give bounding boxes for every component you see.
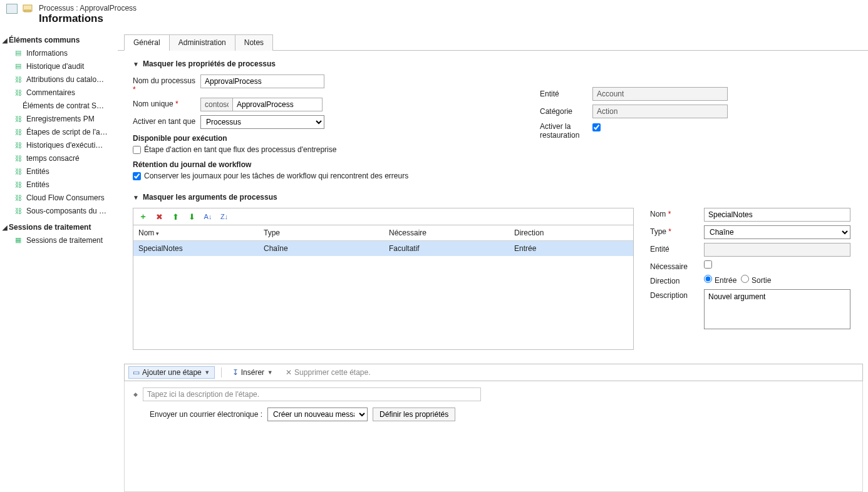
sort-asc-icon[interactable]: A↓ <box>202 211 214 222</box>
section-process-args[interactable]: ▼ Masquer les arguments de processus <box>133 193 863 202</box>
arg-desc-textarea[interactable] <box>704 289 850 329</box>
arg-direction-in[interactable]: Entrée <box>704 275 736 285</box>
sidebar-item-catalog[interactable]: ⛓Attributions du catalo… <box>0 73 118 86</box>
sidebar-item-label: temps consacré <box>26 154 80 163</box>
arg-required-label: Nécessaire <box>650 260 704 271</box>
info-icon <box>23 4 34 14</box>
args-toolbar: ＋ ✖ ⬆ ⬇ A↓ Z↓ <box>133 208 634 225</box>
tab-notes[interactable]: Notes <box>235 34 273 51</box>
sidebar-item-audit[interactable]: ▤Historique d'audit <box>0 59 118 73</box>
sidebar-section-label: Éléments communs <box>9 36 80 44</box>
sidebar-item-pm[interactable]: ⛓Enregistrements PM <box>0 112 118 125</box>
define-properties-button[interactable]: Définir les propriétés <box>373 407 455 421</box>
sort-desc-icon[interactable]: Z↓ <box>219 211 230 222</box>
move-up-icon[interactable]: ⬆ <box>170 211 181 222</box>
send-email-select[interactable]: Créer un nouveau message <box>267 407 368 421</box>
arg-entity-input <box>704 243 850 257</box>
caret-down-icon: ◢ <box>3 37 8 44</box>
argument-properties: Nom * Type * Chaîne Entité <box>650 208 850 350</box>
doc-icon: ⛓ <box>14 193 23 202</box>
category-field <box>592 105 728 118</box>
tab-administration[interactable]: Administration <box>169 34 235 51</box>
args-grid: Nom ▾ Type Nécessaire Direction SpecialN… <box>133 225 634 350</box>
process-name-input[interactable] <box>200 74 324 88</box>
sidebar-item-label: Éléments de contrat S… <box>23 101 104 110</box>
category-label: Catégorie <box>540 107 592 116</box>
arg-name-label: Nom * <box>650 208 704 218</box>
sidebar-item-label: Étapes de script de l'a… <box>26 128 108 136</box>
sidebar-item-label: Sessions de traitement <box>26 236 103 245</box>
unique-prefix-input <box>200 98 233 111</box>
sidebar-item-entities[interactable]: ⛓Entités <box>0 165 118 178</box>
sidebar-item-label: Enregistrements PM <box>26 115 95 123</box>
action-step-checkbox[interactable] <box>133 146 141 154</box>
col-required[interactable]: Nécessaire <box>384 225 509 240</box>
sidebar-section-sessions[interactable]: ◢ Sessions de traitement <box>0 221 118 233</box>
cell-direction: Entrée <box>509 241 633 256</box>
grid-row[interactable]: SpecialNotes Chaîne Facultatif Entrée <box>133 241 633 256</box>
delete-step-button[interactable]: ✕ Supprimer cette étape. <box>281 366 375 379</box>
sidebar-item-comments[interactable]: ⛓Commentaires <box>0 86 118 99</box>
unique-name-input[interactable] <box>232 98 323 111</box>
process-icon <box>6 4 18 14</box>
move-down-icon[interactable]: ⬇ <box>186 211 197 222</box>
restore-label: Activer larestauration <box>540 122 592 140</box>
sidebar-item-entities2[interactable]: ⛓Entités <box>0 178 118 191</box>
doc-icon: ⛓ <box>14 167 23 176</box>
svg-rect-1 <box>24 10 31 12</box>
delete-arg-icon[interactable]: ✖ <box>153 211 165 222</box>
entity-field <box>592 87 728 101</box>
add-arg-icon[interactable]: ＋ <box>137 211 148 222</box>
unique-name-label: Nom unique * <box>133 98 200 108</box>
insert-button[interactable]: ↧ Insérer▼ <box>228 366 277 379</box>
step-designer: ◆ Envoyer un courrier électronique : Cré… <box>124 381 863 492</box>
tab-general[interactable]: Général <box>124 34 170 51</box>
process-crumb: Processus : ApprovalProcess <box>39 4 137 13</box>
step-toolbar: ▭ Ajouter une étape▼ ↧ Insérer▼ ✕ Suppri… <box>124 364 863 381</box>
step-description-input[interactable] <box>143 387 481 401</box>
sidebar: ◢ Éléments communs ▤Informations ▤Histor… <box>0 30 118 492</box>
sidebar-item-label: Historiques d'exécuti… <box>26 141 103 150</box>
col-direction[interactable]: Direction <box>509 225 633 240</box>
col-type[interactable]: Type <box>259 225 384 240</box>
sidebar-item-informations[interactable]: ▤Informations <box>0 46 118 59</box>
cell-name: SpecialNotes <box>133 241 259 256</box>
sidebar-item-sub[interactable]: ⛓Sous-composants du … <box>0 204 118 217</box>
sidebar-item-exec-history[interactable]: ⛓Historiques d'exécuti… <box>0 138 118 151</box>
retention-checkbox[interactable] <box>133 172 141 180</box>
insert-icon: ↧ <box>232 368 239 377</box>
section-process-props[interactable]: ▼ Masquer les propriétés de processus <box>133 59 863 68</box>
step-bullet-icon: ◆ <box>133 391 138 397</box>
page-title: Informations <box>39 13 137 25</box>
retention-label: Conserver les journaux pour les tâches d… <box>144 172 408 180</box>
sidebar-item-script-steps[interactable]: ⛓Étapes de script de l'a… <box>0 125 118 138</box>
activate-as-label: Activer en tant que <box>133 115 200 126</box>
sidebar-item-label: Cloud Flow Consumers <box>26 193 105 202</box>
restore-checkbox[interactable] <box>592 123 601 131</box>
arg-type-select[interactable]: Chaîne <box>704 225 850 239</box>
section-title: Masquer les propriétés de processus <box>143 59 276 68</box>
sidebar-item-sessions[interactable]: ▦Sessions de traitement <box>0 233 118 247</box>
doc-icon: ⛓ <box>14 75 23 84</box>
sidebar-item-time-spent[interactable]: ⛓temps consacré <box>0 151 118 165</box>
arg-desc-label: Description <box>650 289 704 300</box>
sidebar-section-common[interactable]: ◢ Éléments communs <box>0 34 118 46</box>
tab-strip: Général Administration Notes <box>118 34 868 51</box>
triangle-down-icon: ▼ <box>133 61 139 68</box>
arg-name-input[interactable] <box>704 208 850 222</box>
doc-icon: ⛓ <box>14 154 23 163</box>
add-step-button[interactable]: ▭ Ajouter une étape▼ <box>128 366 215 379</box>
arg-entity-label: Entité <box>650 243 704 254</box>
section-title: Masquer les arguments de processus <box>143 193 277 202</box>
grid-icon: ▦ <box>14 236 23 245</box>
doc-icon: ⛓ <box>14 180 23 189</box>
arg-direction-out[interactable]: Sortie <box>741 275 771 285</box>
triangle-down-icon: ▼ <box>133 194 139 201</box>
doc-icon: ⛓ <box>14 141 23 150</box>
process-name-label: Nom du processus* <box>133 74 200 94</box>
activate-as-select[interactable]: Processus <box>200 115 324 129</box>
sidebar-item-cloudflow[interactable]: ⛓Cloud Flow Consumers <box>0 191 118 204</box>
col-name[interactable]: Nom ▾ <box>133 225 259 240</box>
sidebar-item-contract[interactable]: Éléments de contrat S… <box>0 99 118 112</box>
arg-required-checkbox[interactable] <box>704 260 712 269</box>
